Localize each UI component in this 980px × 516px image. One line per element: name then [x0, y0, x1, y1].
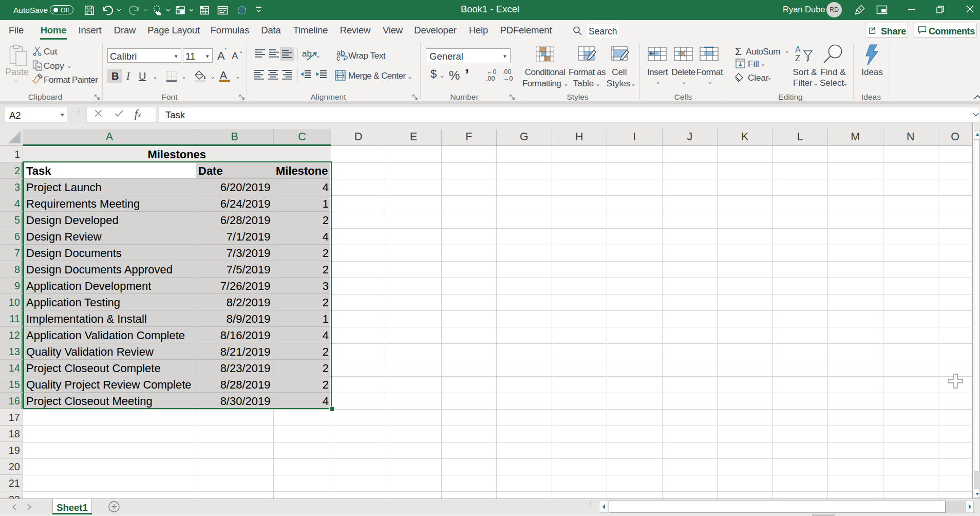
svg-text:←0: ←0 [486, 68, 497, 76]
svg-text:.00: .00 [502, 68, 511, 76]
svg-text:A: A [795, 45, 801, 54]
svg-text:.00: .00 [486, 75, 495, 82]
svg-text:Z: Z [795, 54, 800, 62]
